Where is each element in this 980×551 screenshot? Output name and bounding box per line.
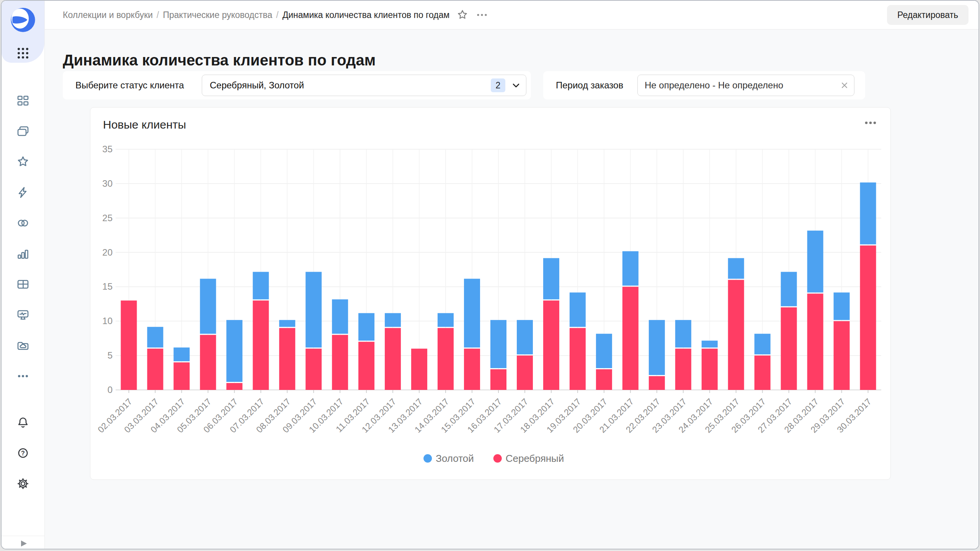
chart-title: Новые клиенты [103, 118, 186, 131]
chevron-down-icon [511, 80, 521, 91]
period-input[interactable]: Не определено - Не определено [637, 75, 854, 96]
breadcrumb: Коллекции и воркбуки / Практические руко… [63, 10, 449, 20]
svg-text:Серебряный: Серебряный [506, 453, 564, 464]
svg-text:30: 30 [102, 178, 113, 189]
favorite-star-button[interactable] [456, 9, 469, 21]
datalens-logo-icon [10, 7, 36, 33]
apps-menu-button[interactable] [16, 46, 30, 60]
top-header: Коллекции и воркбуки / Практические руко… [45, 1, 978, 29]
sidebar-item-datasets[interactable] [11, 211, 35, 235]
sidebar-expand-button[interactable] [16, 536, 30, 549]
sidebar-bottom-nav: ? [2, 410, 44, 496]
status-select[interactable]: Серебряный, Золотой 2 [202, 75, 526, 96]
sidebar-item-more[interactable] [11, 364, 35, 388]
monitor-chart-icon [16, 308, 30, 322]
datalens-logo[interactable] [10, 7, 36, 33]
sidebar-item-tables[interactable] [11, 272, 35, 297]
clear-x-icon[interactable] [840, 80, 849, 90]
apps-grid-icon [16, 46, 30, 60]
filter-status-label: Выберите статус клиента [75, 71, 184, 99]
collections-stack-icon [16, 124, 30, 138]
status-count-badge: 2 [491, 78, 505, 92]
breadcrumb-guides[interactable]: Практические руководства [163, 10, 272, 20]
ellipsis-icon [475, 11, 488, 18]
sidebar-footer-divider [2, 536, 44, 536]
breadcrumb-collections[interactable]: Коллекции и воркбуки [63, 10, 153, 20]
svg-text:20: 20 [102, 247, 113, 258]
sidebar-item-overview[interactable] [11, 88, 35, 113]
help-button[interactable]: ? [11, 441, 35, 465]
ellipsis-icon [863, 119, 878, 127]
bell-icon [16, 416, 30, 429]
table-icon [16, 277, 30, 291]
question-circle-icon: ? [16, 446, 30, 460]
svg-text:5: 5 [108, 350, 113, 360]
breadcrumb-separator: / [157, 10, 159, 20]
filter-status-card: Выберите статус клиента Серебряный, Золо… [63, 71, 531, 99]
svg-text:0: 0 [108, 385, 113, 395]
svg-text:15: 15 [102, 281, 113, 292]
bar-chart-icon [16, 247, 30, 261]
svg-text:Золотой: Золотой [436, 453, 474, 464]
sidebar-item-favorites[interactable] [11, 150, 35, 174]
chart-widget-card: Новые клиенты 0510152025303502.03.201703… [90, 107, 891, 480]
star-outline-icon [456, 9, 469, 21]
sidebar-item-storage[interactable] [11, 333, 35, 358]
period-input-value: Не определено - Не определено [645, 80, 840, 91]
sidebar-item-collections[interactable] [11, 119, 35, 143]
sidebar-item-charts[interactable] [11, 241, 35, 266]
gear-icon [16, 477, 30, 491]
sidebar-nav [2, 88, 44, 388]
chart-menu-button[interactable] [861, 117, 880, 128]
star-icon [16, 155, 30, 169]
svg-text:?: ? [21, 450, 25, 456]
notifications-button[interactable] [11, 410, 35, 435]
status-select-value: Серебряный, Золотой [210, 80, 491, 91]
breadcrumb-separator: / [276, 10, 278, 20]
settings-button[interactable] [11, 471, 35, 496]
app-window: ? Коллекции и воркбуки / Пра [1, 0, 979, 549]
filter-period-label: Период заказов [556, 71, 623, 99]
folder-cloud-icon [16, 339, 30, 352]
breadcrumb-more-button[interactable] [475, 11, 488, 18]
svg-text:35: 35 [102, 144, 113, 154]
two-circles-icon [16, 216, 30, 230]
sidebar: ? [2, 1, 45, 549]
edit-button[interactable]: Редактировать [887, 5, 969, 25]
filter-period-card: Период заказов Не определено - Не опреде… [543, 71, 865, 99]
page-title: Динамика количества клиентов по годам [63, 52, 376, 69]
breadcrumb-current: Динамика количества клиентов по годам [283, 10, 450, 20]
svg-text:10: 10 [102, 316, 113, 326]
ellipsis-icon [16, 369, 30, 383]
stacked-bar-chart: 0510152025303502.03.201703.03.201704.03.… [90, 140, 890, 479]
play-triangle-icon [17, 538, 29, 549]
main-area: Коллекции и воркбуки / Практические руко… [45, 1, 978, 549]
lightning-icon [16, 186, 30, 199]
sidebar-item-dashboards[interactable] [11, 303, 35, 327]
svg-text:25: 25 [102, 213, 113, 223]
squares-grid-icon [16, 94, 30, 108]
sidebar-item-connections[interactable] [11, 180, 35, 205]
